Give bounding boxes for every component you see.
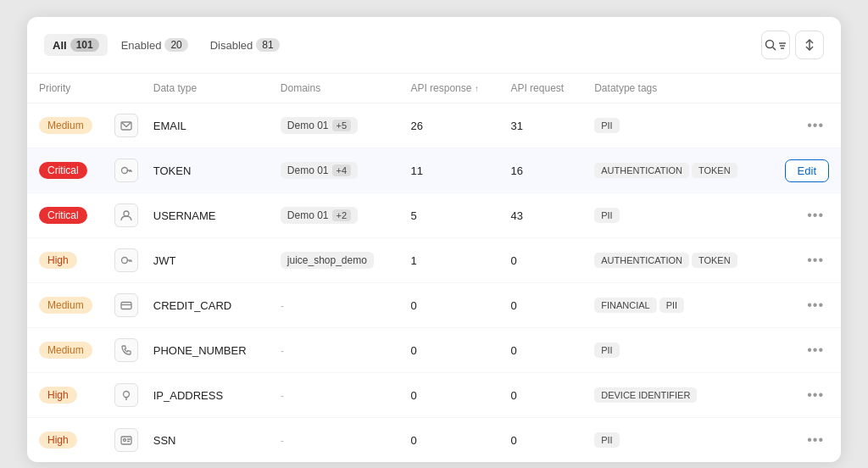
- api-response-cell: 0: [398, 328, 498, 373]
- table-row: CriticalTOKENDemo 01 +41116AUTHENTICATIO…: [27, 148, 841, 193]
- domain-tag: Demo 01 +2: [281, 207, 358, 224]
- more-button[interactable]: •••: [802, 206, 829, 225]
- datatype-cell: JWT: [142, 238, 269, 283]
- datatype-tag: FINANCIAL: [594, 298, 656, 313]
- api-response-cell: 26: [398, 103, 498, 148]
- api-request-cell: 0: [498, 373, 582, 418]
- datatype-tag: PII: [594, 432, 619, 448]
- col-datatype: Data type: [142, 74, 269, 103]
- icon-cell: [111, 418, 142, 463]
- api-request-cell: 31: [498, 103, 582, 148]
- datatype-tag: TOKEN: [692, 253, 737, 268]
- domains-cell: -: [269, 328, 399, 373]
- api-request-cell: 43: [498, 193, 582, 238]
- priority-cell: Critical: [27, 148, 111, 193]
- datatype-icon: [114, 248, 138, 272]
- more-button[interactable]: •••: [802, 431, 829, 449]
- table-body: MediumEMAILDemo 01 +52631PII•••CriticalT…: [27, 103, 841, 463]
- priority-cell: Medium: [27, 283, 111, 328]
- datatype-cell: SSN: [142, 418, 269, 463]
- action-cell: •••: [766, 283, 841, 328]
- domains-cell: -: [269, 418, 399, 463]
- datatype-icon: [114, 338, 138, 362]
- priority-cell: Critical: [27, 193, 111, 238]
- search-filter-button[interactable]: [761, 31, 790, 59]
- col-actions: [766, 74, 841, 103]
- api-response-cell: 1: [398, 238, 498, 283]
- api-response-cell: 0: [398, 283, 498, 328]
- action-cell: •••: [766, 418, 841, 463]
- priority-badge: Medium: [39, 297, 92, 314]
- api-response-cell: 0: [398, 418, 498, 463]
- edit-button[interactable]: Edit: [785, 159, 829, 182]
- icon-cell: [111, 193, 142, 238]
- priority-badge: Medium: [39, 342, 92, 359]
- filter-btn-disabled[interactable]: Disabled 81: [202, 34, 288, 56]
- filter-group: All 101Enabled 20Disabled 81: [44, 34, 754, 56]
- table-row: HighJWTjuice_shop_demo10AUTHENTICATIONTO…: [27, 238, 841, 283]
- col-api-response[interactable]: API response ↑: [398, 74, 498, 103]
- svg-point-18: [123, 392, 129, 398]
- priority-badge: Medium: [39, 117, 92, 134]
- action-cell: •••: [766, 103, 841, 148]
- svg-line-1: [773, 47, 776, 51]
- datatype-cell: PHONE_NUMBER: [142, 328, 269, 373]
- svg-point-12: [121, 258, 127, 264]
- tags-cell: PII: [582, 328, 766, 373]
- datatype-tag: PII: [594, 118, 619, 133]
- api-request-cell: 0: [498, 328, 582, 373]
- priority-badge: High: [39, 432, 77, 448]
- domain-empty: -: [281, 299, 284, 312]
- datatype-icon: [114, 203, 138, 227]
- api-response-cell: 11: [398, 148, 498, 193]
- more-button[interactable]: •••: [802, 386, 829, 404]
- priority-cell: High: [27, 373, 111, 418]
- icon-cell: [111, 373, 142, 418]
- priority-cell: High: [27, 238, 111, 283]
- priority-badge: High: [39, 387, 77, 404]
- datatype-tag: AUTHENTICATION: [594, 163, 689, 178]
- toolbar-actions: [761, 31, 824, 59]
- domains-cell: Demo 01 +5: [269, 103, 399, 148]
- domain-empty: -: [281, 389, 284, 402]
- filter-btn-enabled[interactable]: Enabled 20: [113, 34, 197, 56]
- action-cell: Edit: [766, 148, 841, 193]
- table-row: HighSSN-00PII•••: [27, 418, 841, 463]
- domain-tag: Demo 01 +5: [281, 117, 358, 134]
- col-priority: Priority: [27, 74, 142, 103]
- action-cell: •••: [766, 193, 841, 238]
- filter-btn-all[interactable]: All 101: [44, 34, 108, 56]
- priority-badge: Critical: [39, 207, 87, 224]
- icon-cell: [111, 328, 142, 373]
- priority-cell: Medium: [27, 103, 111, 148]
- domains-cell: -: [269, 373, 399, 418]
- api-request-cell: 0: [498, 283, 582, 328]
- domains-cell: Demo 01 +2: [269, 193, 399, 238]
- svg-point-7: [121, 168, 127, 174]
- sort-button[interactable]: [795, 31, 824, 59]
- datatype-icon: [114, 114, 138, 137]
- more-button[interactable]: •••: [802, 116, 829, 135]
- more-button[interactable]: •••: [802, 341, 829, 359]
- datatype-icon: [114, 428, 138, 452]
- datatype-cell: EMAIL: [142, 103, 269, 148]
- api-request-cell: 0: [498, 418, 582, 463]
- datatype-cell: CREDIT_CARD: [142, 283, 269, 328]
- more-button[interactable]: •••: [802, 251, 829, 270]
- api-response-cell: 5: [398, 193, 498, 238]
- datatype-icon: [114, 159, 138, 182]
- datatype-tag: AUTHENTICATION: [594, 253, 689, 268]
- datatype-cell: IP_ADDRESS: [142, 373, 269, 418]
- datatype-cell: TOKEN: [142, 148, 269, 193]
- icon-cell: [111, 103, 142, 148]
- domains-cell: juice_shop_demo: [269, 238, 399, 283]
- datatype-tag: DEVICE IDENTIFIER: [594, 387, 697, 403]
- more-button[interactable]: •••: [802, 296, 829, 315]
- tags-cell: FINANCIALPII: [582, 283, 766, 328]
- domain-empty: -: [281, 344, 284, 357]
- datatype-tag: PII: [659, 298, 684, 313]
- svg-point-11: [124, 211, 129, 216]
- tags-cell: PII: [582, 193, 766, 238]
- api-request-cell: 16: [498, 148, 582, 193]
- table-row: MediumPHONE_NUMBER-00PII•••: [27, 328, 841, 373]
